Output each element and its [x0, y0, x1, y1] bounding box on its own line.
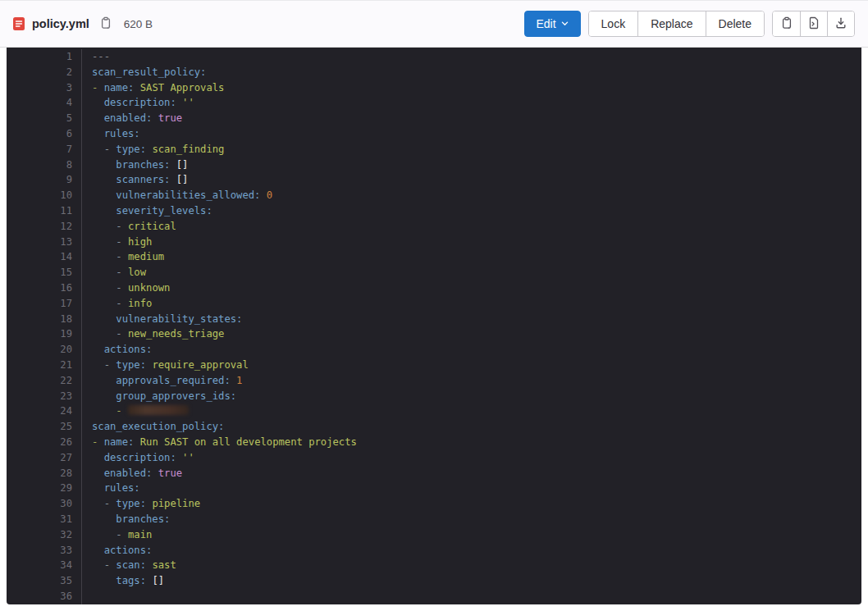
code-line: 5 enabled: true: [7, 111, 861, 126]
yml-file-icon: [13, 17, 25, 30]
line-number[interactable]: 24: [7, 404, 82, 419]
code-text: rules:: [82, 481, 140, 496]
token-dash: -: [92, 298, 128, 309]
code-text: - low: [82, 265, 146, 280]
copy-file-contents-button[interactable]: [773, 11, 800, 36]
token-str: low: [128, 267, 146, 278]
token-key: description:: [104, 452, 182, 463]
token-str: info: [128, 298, 152, 309]
line-number[interactable]: 11: [7, 203, 82, 219]
code-text: ---: [82, 49, 110, 65]
token-key: [92, 112, 104, 124]
token-key: approvals_required:: [116, 375, 236, 386]
code-text: - new_needs_triage: [82, 326, 224, 342]
code-text: - high: [82, 235, 152, 250]
token-dash2: -: [92, 436, 104, 448]
line-number[interactable]: 21: [7, 358, 82, 373]
line-number[interactable]: 10: [7, 188, 82, 203]
code-text: - unknown: [82, 280, 170, 296]
token-key: [92, 575, 116, 586]
code-line: 35 tags: []: [7, 573, 861, 589]
token-key: [92, 159, 116, 171]
line-number[interactable]: 4: [7, 95, 82, 111]
code-line: 2scan_result_policy:: [7, 65, 861, 80]
code-line: 12 - critical: [7, 219, 861, 235]
file-size: 620 B: [124, 18, 153, 30]
code-line: 24 -: [7, 404, 861, 419]
line-number[interactable]: 22: [7, 373, 82, 389]
line-number[interactable]: 18: [7, 312, 82, 327]
token-str: sast: [152, 559, 176, 571]
line-number[interactable]: 36: [7, 589, 82, 604]
code-text: tags: []: [82, 573, 164, 589]
code-text: severity_levels:: [82, 203, 212, 219]
line-number[interactable]: 3: [7, 80, 82, 96]
code-line: 29 rules:: [7, 481, 861, 496]
delete-button[interactable]: Delete: [706, 11, 764, 36]
token-str: critical: [128, 221, 176, 232]
download-button[interactable]: [827, 11, 854, 36]
token-key: severity_levels:: [92, 205, 212, 217]
token-dash: -: [92, 267, 128, 278]
code-line: 15 - low: [7, 265, 861, 280]
token-dash: -: [92, 559, 116, 571]
code-text: - main: [82, 527, 152, 543]
line-number[interactable]: 31: [7, 512, 82, 527]
line-number[interactable]: 8: [7, 157, 82, 173]
line-number[interactable]: 35: [7, 573, 82, 589]
line-number[interactable]: 29: [7, 481, 82, 496]
file-icon-action-group: [772, 11, 855, 37]
line-number[interactable]: 2: [7, 65, 82, 80]
token-dash: -: [92, 529, 128, 540]
token-bool: true: [158, 112, 182, 124]
token-dash: -: [92, 236, 128, 248]
line-number[interactable]: 34: [7, 558, 82, 573]
line-number[interactable]: 13: [7, 235, 82, 250]
line-number[interactable]: 7: [7, 142, 82, 157]
line-number[interactable]: 6: [7, 126, 82, 142]
line-number[interactable]: 20: [7, 342, 82, 358]
line-number[interactable]: 25: [7, 419, 82, 435]
code-text: branches: []: [82, 157, 188, 173]
line-number[interactable]: 9: [7, 172, 82, 188]
line-number[interactable]: 14: [7, 249, 82, 265]
lock-button[interactable]: Lock: [589, 11, 638, 36]
line-number[interactable]: 5: [7, 111, 82, 126]
chevron-down-icon: [560, 17, 569, 30]
token-key: scan_execution_policy:: [92, 421, 224, 432]
line-number[interactable]: 16: [7, 280, 82, 296]
code-line: 34 - scan: sast: [7, 558, 861, 573]
line-number[interactable]: 23: [7, 389, 82, 404]
download-icon: [834, 16, 847, 32]
replace-button[interactable]: Replace: [637, 11, 705, 36]
line-number[interactable]: 26: [7, 435, 82, 450]
line-number[interactable]: 1: [7, 49, 82, 65]
token-str: '': [182, 452, 194, 463]
token-key: actions:: [92, 344, 152, 355]
token-brk: []: [152, 575, 164, 586]
code-text: - name: Run SAST on all development proj…: [82, 435, 357, 450]
token-str: pipeline: [152, 498, 200, 509]
line-number[interactable]: 30: [7, 496, 82, 512]
code-text: - info: [82, 296, 152, 312]
line-number[interactable]: 27: [7, 450, 82, 466]
token-key: name:: [104, 82, 140, 93]
line-number[interactable]: 19: [7, 326, 82, 342]
line-number[interactable]: 12: [7, 219, 82, 235]
open-raw-button[interactable]: [800, 11, 827, 36]
line-number[interactable]: 33: [7, 543, 82, 559]
copy-file-path-button[interactable]: [98, 15, 114, 34]
token-key: branches:: [116, 159, 176, 171]
code-text: actions:: [82, 543, 152, 559]
line-number[interactable]: 32: [7, 527, 82, 543]
code-text: scan_result_policy:: [82, 65, 206, 80]
line-number[interactable]: 15: [7, 265, 82, 280]
line-number[interactable]: 17: [7, 296, 82, 312]
token-key: type:: [116, 498, 152, 509]
edit-button[interactable]: Edit: [524, 11, 580, 37]
line-number[interactable]: 28: [7, 466, 82, 481]
token-key: rules:: [92, 482, 140, 494]
file-actions: Edit Lock Replace Delete: [524, 11, 855, 37]
code-text: - name: SAST Approvals: [82, 80, 224, 96]
token-key: scan_result_policy:: [92, 66, 206, 78]
